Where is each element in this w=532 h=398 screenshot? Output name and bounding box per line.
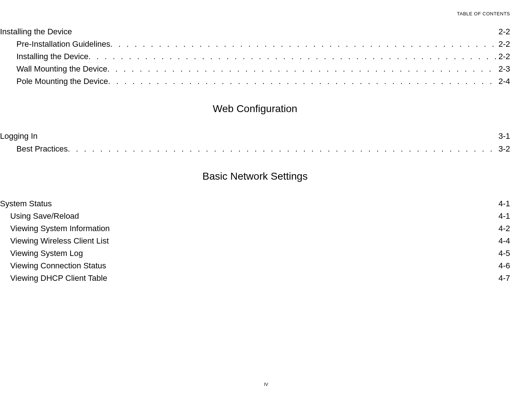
toc-title: Viewing System Information — [10, 222, 110, 235]
toc-page: 4-5 — [497, 247, 510, 260]
toc-title: Installing the Device — [0, 26, 72, 38]
toc-page: 4-1 — [497, 210, 510, 222]
toc-entry-system-info: Viewing System Information 4-2 — [0, 222, 510, 235]
toc-title: Pole Mounting the Device — [16, 75, 108, 88]
toc-page: 4-7 — [497, 272, 510, 284]
toc-entry-system-status: System Status 4-1 — [0, 198, 510, 210]
toc-entry-dhcp-client: Viewing DHCP Client Table 4-7 — [0, 272, 510, 284]
toc-page: 3-2 — [497, 143, 510, 155]
toc-title: Wall Mounting the Device — [16, 63, 107, 75]
section-heading-web-configuration: Web Configuration — [0, 103, 510, 115]
toc-page: 2-2 — [497, 38, 510, 50]
toc-entry-installing-device: Installing the Device 2-2 — [0, 26, 510, 38]
toc-entry-installing-device-sub: Installing the Device 2-2 — [0, 50, 510, 63]
toc-entry-logging-in: Logging In 3-1 — [0, 130, 510, 142]
toc-title: Best Practices — [16, 143, 68, 155]
toc-dots — [108, 75, 497, 88]
toc-title: Viewing DHCP Client Table — [10, 272, 107, 284]
toc-title: Using Save/Reload — [10, 210, 79, 222]
toc-page: 2-2 — [497, 50, 510, 63]
toc-entry-wireless-client: Viewing Wireless Client List 4-4 — [0, 235, 510, 247]
toc-title: Viewing Wireless Client List — [10, 235, 109, 247]
toc-page: 2-3 — [497, 63, 510, 75]
toc-entry-pole-mounting: Pole Mounting the Device 2-4 — [0, 75, 510, 88]
toc-page: 4-2 — [497, 222, 510, 235]
toc-page: 2-2 — [497, 26, 510, 38]
toc-entry-save-reload: Using Save/Reload 4-1 — [0, 210, 510, 222]
toc-dots — [88, 50, 497, 63]
toc-page: 4-6 — [497, 260, 510, 272]
section-heading-basic-network: Basic Network Settings — [0, 171, 510, 182]
toc-entry-system-log: Viewing System Log 4-5 — [0, 247, 510, 260]
toc-entry-wall-mounting: Wall Mounting the Device 2-3 — [0, 63, 510, 75]
toc-page: 2-4 — [497, 75, 510, 88]
toc-page: 3-1 — [497, 130, 510, 142]
toc-entry-pre-installation: Pre-Installation Guidelines 2-2 — [0, 38, 510, 50]
toc-page: 4-1 — [497, 198, 510, 210]
toc-title: Logging In — [0, 130, 38, 142]
toc-page: 4-4 — [497, 235, 510, 247]
page-number: IV — [264, 382, 268, 387]
toc-title: Installing the Device — [16, 50, 88, 63]
toc-entry-connection-status: Viewing Connection Status 4-6 — [0, 260, 510, 272]
toc-dots — [68, 143, 497, 155]
toc-content: Installing the Device 2-2 Pre-Installati… — [0, 26, 510, 284]
toc-title: Pre-Installation Guidelines — [16, 38, 110, 50]
header-label: TABLE OF CONTENTS — [457, 11, 510, 16]
toc-dots — [110, 38, 497, 50]
toc-title: Viewing Connection Status — [10, 260, 106, 272]
toc-title: System Status — [0, 198, 52, 210]
toc-entry-best-practices: Best Practices 3-2 — [0, 143, 510, 155]
toc-title: Viewing System Log — [10, 247, 83, 260]
toc-dots — [107, 63, 497, 75]
